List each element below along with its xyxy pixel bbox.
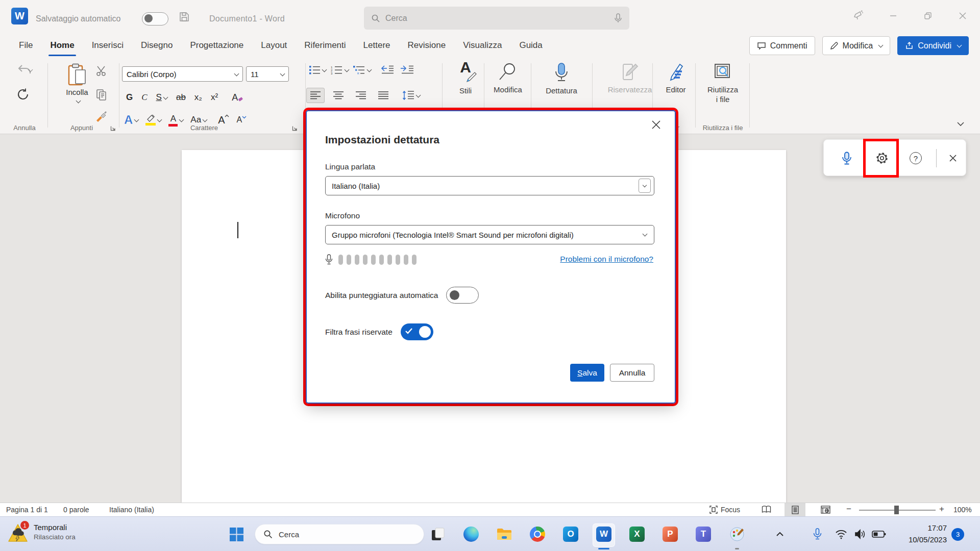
taskbar-edge-icon[interactable]	[463, 526, 479, 542]
voice-search-mic-icon[interactable]	[614, 13, 622, 23]
increase-indent-button[interactable]	[401, 65, 414, 74]
tab-guida[interactable]: Guida	[510, 32, 551, 59]
tray-volume-icon[interactable]	[852, 526, 869, 542]
tab-riferimenti[interactable]: Riferimenti	[296, 32, 354, 59]
tab-visualizza[interactable]: Visualizza	[454, 32, 510, 59]
dictation-help-button[interactable]: ?	[904, 140, 927, 177]
editing-mode-button[interactable]: Modifica	[822, 36, 891, 55]
clear-formatting-button[interactable]: A	[232, 92, 243, 103]
paste-button[interactable]: Incolla	[60, 63, 94, 105]
copy-icon[interactable]	[96, 89, 107, 101]
taskbar-app-window-icon[interactable]	[430, 526, 446, 542]
zoom-slider-knob[interactable]	[894, 506, 899, 514]
collapse-ribbon-chevron-icon[interactable]	[957, 121, 965, 127]
read-mode-button[interactable]	[762, 506, 771, 513]
cancel-button[interactable]: Annulla	[610, 364, 654, 382]
page-indicator[interactable]: Pagina 1 di 1	[6, 506, 48, 514]
shrink-font-button[interactable]: A	[236, 115, 247, 124]
taskbar-search-input[interactable]: Cerca	[255, 524, 424, 544]
zoom-out-button[interactable]: −	[846, 504, 851, 514]
font-size-select[interactable]: 11	[246, 66, 289, 82]
align-center-button[interactable]	[330, 88, 347, 103]
tray-wifi-icon[interactable]	[833, 526, 849, 542]
taskbar-chrome-icon[interactable]	[529, 526, 546, 542]
strikethrough-button[interactable]: ab	[176, 92, 186, 103]
autosave-toggle[interactable]	[142, 12, 168, 26]
underline-button[interactable]: S	[156, 92, 167, 103]
focus-mode-button[interactable]: Focus	[709, 506, 740, 514]
reuse-files-button[interactable]: Riutilizza i file	[697, 62, 748, 104]
filter-phrases-toggle[interactable]	[401, 323, 433, 340]
comments-button[interactable]: Commenti	[749, 36, 815, 55]
font-dialog-launcher-icon[interactable]	[292, 126, 298, 131]
dictation-close-button[interactable]	[942, 140, 964, 177]
notification-count-badge[interactable]: 3	[951, 528, 964, 541]
language-select[interactable]: Italiano (Italia)	[325, 176, 654, 195]
dictate-button[interactable]: Dettatura	[535, 62, 588, 95]
repeat-button[interactable]	[16, 88, 30, 101]
zoom-in-button[interactable]: +	[939, 504, 944, 514]
format-painter-icon[interactable]	[95, 109, 108, 122]
web-layout-button[interactable]	[821, 506, 830, 514]
tab-inserisci[interactable]: Inserisci	[83, 32, 132, 59]
coming-soon-megaphone-icon[interactable]	[841, 0, 876, 32]
tab-revisione[interactable]: Revisione	[399, 32, 455, 59]
share-button[interactable]: Condividi	[897, 36, 969, 55]
editor-button[interactable]: Editor	[656, 62, 695, 94]
tab-lettere[interactable]: Lettere	[355, 32, 399, 59]
tab-disegno[interactable]: Disegno	[132, 32, 181, 59]
numbered-list-button[interactable]: 123	[331, 65, 349, 74]
save-icon[interactable]	[179, 11, 190, 22]
multilevel-list-button[interactable]	[353, 65, 371, 74]
taskbar-excel-icon[interactable]: X	[629, 526, 645, 542]
taskbar-teams-icon[interactable]: T	[695, 526, 712, 542]
editing-button[interactable]: Modifica	[486, 62, 530, 94]
print-layout-button[interactable]	[785, 503, 805, 516]
undo-dropdown-chevron[interactable]	[27, 65, 32, 74]
weather-widget[interactable]: 1 Temporali Rilasciato ora	[7, 523, 76, 543]
minimize-icon[interactable]	[876, 0, 911, 32]
tray-clock[interactable]: 17:07 10/05/2023	[893, 522, 947, 545]
tray-chevron-up-icon[interactable]	[772, 526, 788, 542]
word-logo-icon[interactable]: W	[11, 8, 28, 24]
justify-button[interactable]	[375, 88, 392, 103]
tab-progettazione[interactable]: Progettazione	[181, 32, 252, 59]
start-button[interactable]	[228, 526, 244, 542]
decrease-indent-button[interactable]	[381, 65, 394, 74]
microphone-select[interactable]: Gruppo microfoni (Tecnologia Intel® Smar…	[325, 225, 654, 244]
tray-mic-icon[interactable]	[809, 526, 825, 542]
tab-file[interactable]: File	[10, 32, 41, 59]
tab-layout[interactable]: Layout	[252, 32, 296, 59]
mic-help-link[interactable]: Problemi con il microfono?	[560, 255, 653, 264]
font-family-select[interactable]: Calibri (Corpo)	[122, 66, 243, 82]
taskbar-outlook-icon[interactable]: O	[562, 526, 579, 542]
clipboard-dialog-launcher-icon[interactable]	[110, 126, 116, 131]
taskbar-paint-icon[interactable]	[729, 526, 745, 542]
cut-scissors-icon[interactable]	[96, 65, 107, 77]
bullet-list-button[interactable]	[309, 65, 326, 74]
taskbar-file-explorer-icon[interactable]	[496, 526, 512, 542]
superscript-button[interactable]: x²	[211, 92, 218, 103]
close-icon[interactable]	[945, 0, 980, 32]
bold-button[interactable]: G	[126, 92, 133, 103]
dictation-mic-button[interactable]	[835, 140, 859, 177]
tray-battery-icon[interactable]	[871, 526, 887, 542]
taskbar-word-icon[interactable]: W	[596, 526, 612, 542]
save-button[interactable]: Salva	[570, 364, 604, 382]
italic-button[interactable]: C	[141, 92, 147, 103]
subscript-button[interactable]: x₂	[194, 92, 202, 103]
align-right-button[interactable]	[352, 88, 370, 103]
taskbar-powerpoint-icon[interactable]: P	[662, 526, 678, 542]
styles-button[interactable]: A Stili	[446, 62, 485, 95]
dialog-close-icon[interactable]	[649, 117, 664, 132]
restore-icon[interactable]	[911, 0, 945, 32]
tab-home[interactable]: Home	[41, 32, 83, 59]
zoom-level[interactable]: 100%	[953, 506, 972, 514]
word-count[interactable]: 0 parole	[63, 506, 89, 514]
align-left-button[interactable]	[306, 88, 325, 103]
auto-punctuation-toggle[interactable]	[446, 287, 479, 304]
change-case-button[interactable]: Aa	[190, 115, 207, 125]
titlebar-search-input[interactable]: Cerca	[364, 7, 629, 30]
language-indicator[interactable]: Italiano (Italia)	[109, 506, 154, 514]
line-spacing-button[interactable]	[402, 91, 420, 100]
